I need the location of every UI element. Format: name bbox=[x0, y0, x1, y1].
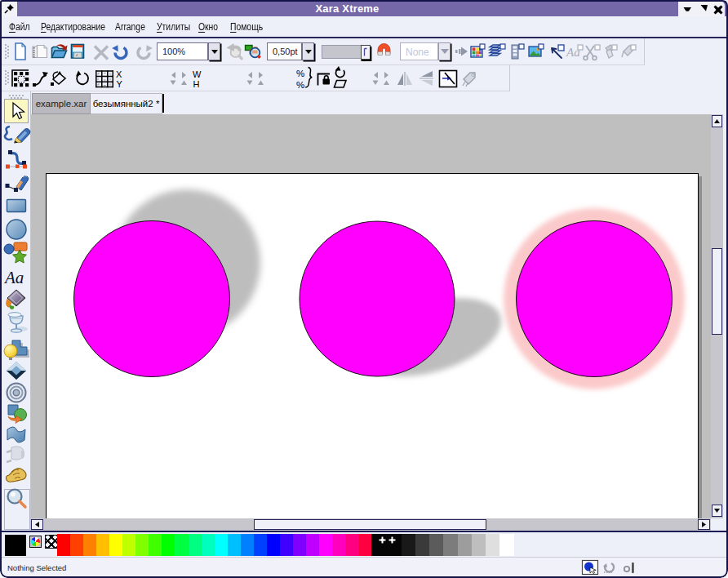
svg-text:%: % bbox=[296, 69, 304, 78]
svg-text:Aa: Aa bbox=[3, 268, 24, 287]
svg-text:W: W bbox=[193, 69, 202, 79]
svg-text:H: H bbox=[193, 79, 200, 89]
svg-text:Y: Y bbox=[117, 79, 123, 89]
svg-text:%: % bbox=[296, 80, 304, 90]
svg-text:X: X bbox=[116, 69, 122, 79]
